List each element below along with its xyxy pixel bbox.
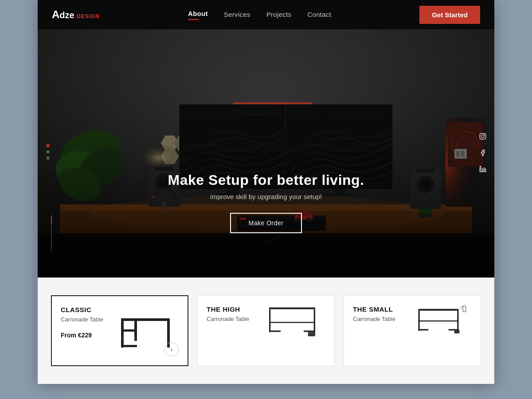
logo[interactable]: A dze .DESIGN	[52, 8, 100, 21]
hero-dot-3[interactable]	[47, 157, 49, 160]
nav-item-projects[interactable]: Projects	[266, 11, 292, 19]
hero-social-links	[479, 133, 486, 174]
product-arrow-classic[interactable]: ›	[164, 342, 179, 356]
nav-active-indicator	[188, 19, 199, 20]
hero-section: PZ UNIMOG	[38, 29, 494, 278]
svg-rect-88	[121, 329, 137, 332]
nav-item-contact[interactable]: Contact	[307, 11, 331, 19]
svg-rect-111	[454, 330, 460, 333]
svg-rect-89	[121, 345, 137, 347]
hero-slide-dots	[47, 145, 49, 160]
make-order-button[interactable]: Make Order	[230, 213, 302, 233]
svg-rect-101	[309, 333, 311, 334]
nav-item-about[interactable]: About	[188, 10, 208, 20]
svg-rect-78	[38, 29, 494, 278]
navbar: A dze .DESIGN About Services Projects Co…	[38, 0, 494, 29]
svg-rect-97	[269, 331, 281, 332]
product-image-high	[263, 305, 321, 353]
hero-background: PZ UNIMOG	[38, 29, 494, 278]
logo-dot-design: .DESIGN	[75, 13, 100, 20]
logo-text-dze: dze	[59, 10, 74, 20]
svg-rect-85	[121, 321, 124, 348]
svg-rect-106	[419, 317, 420, 319]
svg-point-81	[484, 134, 485, 135]
svg-point-83	[480, 166, 481, 168]
desk-scene-svg: PZ UNIMOG	[38, 29, 494, 278]
hero-title: Make Setup for better living.	[38, 172, 494, 188]
nav-link-about[interactable]: About	[188, 10, 208, 17]
hero-content: Make Setup for better living. improve sk…	[38, 172, 494, 233]
get-started-button[interactable]: Get Started	[419, 6, 480, 24]
svg-rect-99	[269, 322, 315, 323]
svg-rect-102	[311, 333, 313, 334]
svg-rect-107	[457, 317, 458, 319]
nav-link-projects[interactable]: Projects	[266, 11, 292, 18]
hero-subtitle: improve skill by upgrading your setup!	[38, 193, 494, 200]
svg-rect-90	[121, 337, 124, 339]
svg-rect-110	[419, 321, 459, 322]
instagram-icon[interactable]	[479, 133, 486, 141]
product-card-high: THE HIGH Carronade Table	[197, 295, 335, 366]
nav-item-services[interactable]: Services	[224, 11, 250, 19]
nav-link-contact[interactable]: Contact	[307, 11, 331, 18]
page-wrapper: A dze .DESIGN About Services Projects Co…	[38, 0, 494, 384]
hero-dot-2[interactable]	[47, 151, 49, 153]
logo-letter-a: A	[52, 8, 59, 21]
product-image-small	[410, 305, 467, 353]
svg-rect-103	[419, 309, 459, 311]
hero-dot-1[interactable]	[47, 145, 49, 147]
product-card-classic: CLASSIC Carronade Table From €229 ›	[51, 295, 188, 366]
svg-rect-84	[121, 318, 170, 321]
product-card-small: THE SMALL Carronade Table	[344, 295, 481, 366]
svg-rect-79	[480, 133, 485, 139]
svg-rect-98	[304, 331, 315, 332]
svg-point-80	[481, 135, 485, 138]
nav-links: About Services Projects Contact	[188, 10, 331, 20]
nav-link-services[interactable]: Services	[224, 11, 250, 18]
svg-rect-108	[419, 329, 429, 330]
svg-rect-91	[134, 337, 137, 339]
svg-rect-92	[269, 308, 315, 309]
svg-rect-95	[269, 319, 270, 322]
svg-rect-82	[480, 168, 481, 172]
products-section: CLASSIC Carronade Table From €229 ›	[38, 278, 494, 384]
svg-rect-96	[314, 319, 315, 322]
svg-rect-100	[308, 332, 315, 336]
facebook-icon[interactable]	[479, 149, 486, 158]
